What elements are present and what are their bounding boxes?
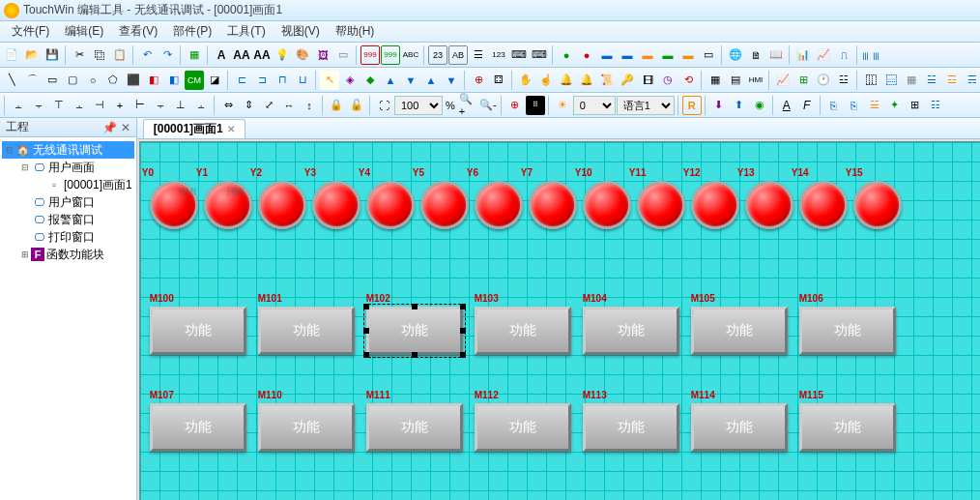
function-button[interactable]: 功能 (150, 403, 246, 452)
light-icon[interactable]: 💡 (273, 45, 292, 65)
lang-combo[interactable]: 语言1 (617, 96, 675, 115)
arc-icon[interactable]: ⌒ (22, 71, 42, 90)
blank-icon[interactable]: ▭ (699, 45, 718, 65)
text-aa-icon[interactable]: AA (232, 45, 251, 65)
chart1-icon[interactable]: 📊 (793, 45, 813, 65)
hmi-icon[interactable]: HMI (746, 71, 765, 90)
clr1-icon[interactable]: ◪ (205, 71, 224, 90)
time-icon[interactable]: 🕐 (814, 71, 833, 90)
grp2-icon[interactable]: ⿳ (881, 71, 901, 90)
al8-icon[interactable]: ⫟ (151, 96, 170, 115)
function-button[interactable]: 功能 (475, 403, 571, 452)
function-button[interactable]: 功能 (366, 307, 463, 355)
trend-icon[interactable]: 📈 (773, 71, 793, 90)
indicator-lamp[interactable] (420, 181, 469, 229)
alignb-icon[interactable]: ⊔ (293, 71, 312, 90)
m4-icon[interactable]: ✦ (885, 96, 905, 115)
function-button[interactable]: 功能 (366, 403, 463, 452)
al3-icon[interactable]: ⊤ (49, 96, 69, 115)
r-icon[interactable]: R (682, 96, 702, 115)
alignl-icon[interactable]: ⊏ (232, 71, 251, 90)
selection-handle[interactable] (412, 352, 418, 358)
grp4-icon[interactable]: ☱ (922, 71, 941, 90)
unlock-icon[interactable]: 🔓 (347, 96, 366, 115)
indicator-lamp[interactable] (475, 181, 523, 229)
indicator-lamp[interactable] (745, 181, 793, 229)
selection-handle[interactable] (363, 352, 369, 358)
d23-icon[interactable]: 23 (428, 45, 447, 65)
text-aa2-icon[interactable]: AA (252, 45, 272, 65)
list-icon[interactable]: ☰ (469, 45, 488, 65)
tab-screen1[interactable]: [00001]画面1 ✕ (143, 119, 245, 138)
frame-icon[interactable]: ▭ (333, 45, 353, 65)
tree-screen-00001[interactable]: ▫[00001]画面1 (2, 176, 134, 193)
grp6-icon[interactable]: ☴ (963, 71, 980, 90)
bars-icon[interactable]: ⫼⫼ (861, 45, 880, 65)
indicator-lamp[interactable] (853, 181, 902, 229)
keys2-icon[interactable]: ⌨ (530, 45, 549, 65)
m3-icon[interactable]: ☱ (865, 96, 884, 115)
dl1-icon[interactable]: ⬇ (709, 96, 729, 115)
image-icon[interactable]: 🖼 (313, 45, 332, 65)
sz3-icon[interactable]: ⤢ (259, 96, 278, 115)
m2-icon[interactable]: ⎘ (845, 96, 864, 115)
bell2-icon[interactable]: 🔔 (577, 71, 596, 90)
rect-icon[interactable]: ▭ (43, 71, 62, 90)
needle-icon[interactable]: ⟲ (678, 71, 698, 90)
tree-alarm-window[interactable]: 🖵报警窗口 (2, 211, 134, 228)
selection-handle[interactable] (412, 304, 418, 309)
al6-icon[interactable]: + (110, 96, 130, 115)
num-green-icon[interactable]: 999 (381, 45, 400, 65)
redo-icon[interactable]: ↷ (158, 45, 177, 65)
al7-icon[interactable]: ⊢ (130, 96, 150, 115)
indicator-lamp[interactable] (637, 181, 685, 229)
alignt-icon[interactable]: ⊓ (273, 71, 292, 90)
hand2-icon[interactable]: ☝ (536, 71, 556, 90)
zout-icon[interactable]: 🔍- (478, 96, 498, 115)
pin-icon[interactable]: 📌 (102, 121, 117, 134)
menu-tools[interactable]: 工具(T) (219, 21, 273, 42)
line-icon[interactable]: ╲ (2, 71, 21, 90)
indicator-lamp[interactable] (312, 181, 360, 229)
selection-handle[interactable] (460, 328, 466, 334)
selection-handle[interactable] (460, 304, 466, 309)
grp5-icon[interactable]: ☲ (942, 71, 962, 90)
selection-handle[interactable] (460, 352, 466, 358)
ab-icon[interactable]: AB (448, 45, 468, 65)
t4-icon[interactable]: ▼ (401, 71, 420, 90)
tree-print-window[interactable]: 🖵打印窗口 (2, 228, 134, 246)
al5-icon[interactable]: ⊣ (90, 96, 109, 115)
function-button[interactable]: 功能 (691, 307, 788, 355)
al1-icon[interactable]: ⫠ (9, 96, 28, 115)
function-button[interactable]: 功能 (258, 403, 355, 452)
tree-function-block[interactable]: ⊞F函数功能块 (2, 246, 134, 263)
abc-icon[interactable]: ABC (401, 45, 420, 65)
button3-icon[interactable]: ▬ (638, 45, 657, 65)
indicator-lamp[interactable] (691, 181, 739, 229)
project-tree[interactable]: ⊟🏠无线通讯调试 ⊟🖵用户画面 ▫[00001]画面1 🖵用户窗口 🖵报警窗口 … (0, 137, 136, 500)
meter-icon[interactable]: ◷ (658, 71, 677, 90)
dl3-icon[interactable]: ◉ (750, 96, 769, 115)
function-button[interactable]: 功能 (583, 403, 679, 452)
menu-file[interactable]: 文件(F) (4, 21, 57, 42)
copy-icon[interactable]: ⿻ (90, 45, 109, 65)
m6-icon[interactable]: ☷ (926, 96, 945, 115)
num123-icon[interactable]: 123 (489, 45, 508, 65)
al9-icon[interactable]: ⊥ (171, 96, 190, 115)
button4-icon[interactable]: ▬ (658, 45, 677, 65)
fold-icon[interactable]: ⬛ (124, 71, 143, 90)
tree-user-screens[interactable]: ⊟🖵用户画面 (2, 159, 134, 176)
tab-close-icon[interactable]: ✕ (227, 124, 235, 134)
indicator-lamp[interactable] (583, 181, 631, 229)
tree-user-window[interactable]: 🖵用户窗口 (2, 193, 134, 211)
cut-icon[interactable]: ✂ (70, 45, 89, 65)
fill2-icon[interactable]: ◧ (164, 71, 184, 90)
chart3-icon[interactable]: ⎍ (834, 45, 853, 65)
tbl-icon[interactable]: ▦ (706, 71, 725, 90)
canvas-scroll[interactable]: Y0Y1Y2Y3Y4Y5Y6Y7Y10Y11Y12Y13Y14Y15HMIHMI… (137, 139, 980, 500)
al10-icon[interactable]: ⫠ (191, 96, 211, 115)
function-button[interactable]: 功能 (150, 307, 246, 355)
lamp-red-icon[interactable]: ● (577, 45, 596, 65)
f-icon[interactable]: F (797, 96, 817, 115)
function-button[interactable]: 功能 (258, 307, 355, 355)
